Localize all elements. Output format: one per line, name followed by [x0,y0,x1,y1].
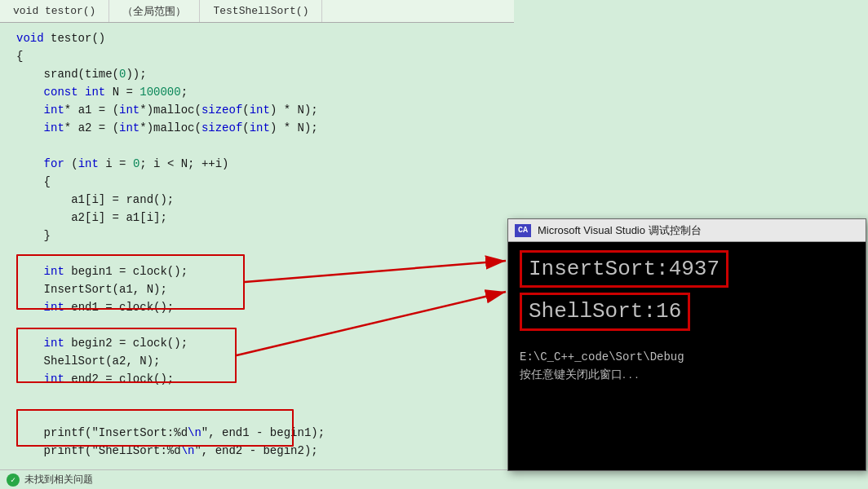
code-line-5: int* a1 = (int*)malloc(sizeof(int) * N); [0,101,514,119]
code-line-7 [0,137,514,155]
code-line-13 [0,244,514,262]
code-line-22 [0,406,514,424]
vs-icon: CA [515,224,531,237]
code-line-20: int end2 = clock(); [0,370,514,388]
code-line-14: int begin1 = clock(); [0,262,514,280]
console-body: InsertSort:4937 ShellSort:16 E:\C_C++_co… [508,242,866,470]
code-line-11: a2[i] = a1[i]; [0,209,514,227]
code-line-9: { [0,173,514,191]
console-close-prompt: 按任意键关闭此窗口. . . [520,366,854,383]
code-line-17 [0,316,514,334]
code-line-19: ShellSort(a2, N); [0,352,514,370]
code-line-24: printf("ShellSort:%d\n", end2 - begin2); [0,442,514,460]
insert-sort-result: InsertSort:4937 [520,250,728,288]
code-line-6: int* a2 = (int*)malloc(sizeof(int) * N); [0,119,514,137]
code-line-21 [0,388,514,406]
status-text: 未找到相关问题 [24,473,93,487]
console-path: E:\C_C++_code\Sort\Debug [520,349,854,366]
console-title: Microsoft Visual Studio 调试控制台 [538,223,702,238]
code-line-8: for (int i = 0; i < N; ++i) [0,155,514,173]
status-icon [7,474,20,487]
code-line-15: InsertSort(a1, N); [0,280,514,298]
tab-global[interactable]: （全局范围） [109,0,200,22]
shell-sort-result: ShellSort:16 [520,293,690,330]
code-line-23: printf("InsertSort:%d\n", end1 - begin1)… [0,424,514,442]
code-line-3: srand(time(0)); [0,65,514,83]
code-line-4: const int N = 100000; [0,83,514,101]
status-bar: 未找到相关问题 [0,469,514,489]
code-line-2: { [0,47,514,65]
tab-testor[interactable]: void testor() [0,0,109,22]
tab-bar: void testor() （全局范围） TestShellSort() [0,0,514,23]
console-window: CA Microsoft Visual Studio 调试控制台 InsertS… [507,218,866,471]
code-line-10: a1[i] = rand(); [0,191,514,209]
tab-testshell[interactable]: TestShellSort() [200,0,322,22]
code-content: void testor() { srand(time(0)); const in… [0,23,514,466]
editor-area: void testor() （全局范围） TestShellSort() voi… [0,0,514,489]
code-line-16: int end1 = clock(); [0,298,514,316]
code-line-1: void testor() [0,29,514,47]
code-line-12: } [0,227,514,244]
console-title-bar: CA Microsoft Visual Studio 调试控制台 [508,219,866,242]
code-line-18: int begin2 = clock(); [0,334,514,352]
